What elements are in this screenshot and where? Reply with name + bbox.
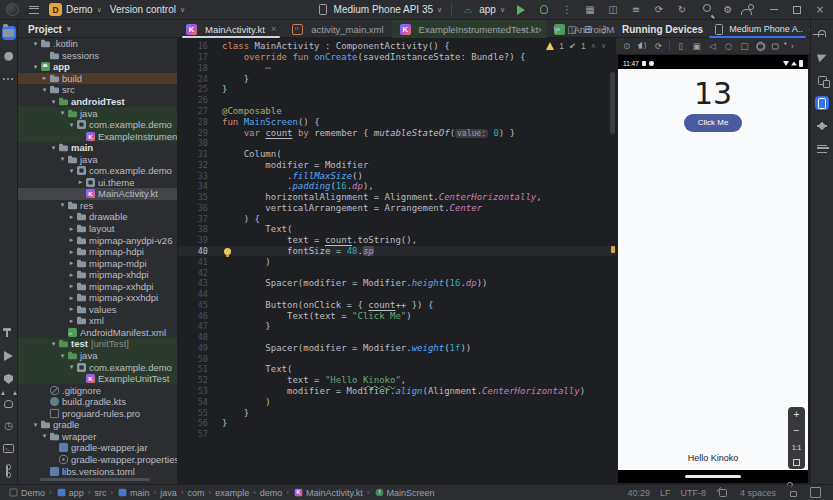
- expand-chevron-icon[interactable]: ▾: [67, 167, 76, 175]
- expand-chevron-icon[interactable]: ▾: [58, 201, 67, 209]
- project-widget[interactable]: D Demo ∨: [49, 3, 102, 16]
- structure-icon[interactable]: [815, 142, 829, 156]
- detach-editor-icon[interactable]: ⊟: [581, 22, 595, 36]
- home-icon[interactable]: ○: [722, 40, 735, 51]
- more-actions-icon[interactable]: ›: [786, 40, 799, 51]
- breadcrumb-item-MainScreen[interactable]: fMainScreen: [374, 487, 435, 498]
- tree-item-MainActivity.kt[interactable]: KMainActivity.kt: [18, 188, 177, 200]
- tree-item-src[interactable]: ▾src: [18, 84, 177, 96]
- expand-chevron-icon[interactable]: ▾: [31, 40, 40, 48]
- expand-chevron-icon[interactable]: ▸: [67, 294, 76, 302]
- encoding[interactable]: UTF-8: [680, 488, 706, 498]
- code-line-28[interactable]: 28fun MainScreen() {: [178, 116, 616, 127]
- device-tab[interactable]: Medium Phone A..: [709, 20, 806, 38]
- code-line-17[interactable]: 17 override fun onCreate(savedInstanceSt…: [178, 52, 616, 63]
- tree-item-mipmap-hdpi[interactable]: ▸mipmap-hdpi: [18, 246, 177, 258]
- caret-position[interactable]: 40:29: [627, 488, 650, 498]
- breadcrumb-item-app[interactable]: app: [56, 487, 84, 498]
- commit-icon[interactable]: [2, 49, 16, 63]
- problems-icon[interactable]: ◷: [2, 418, 16, 432]
- maximize-window-icon[interactable]: [790, 3, 804, 17]
- gradle-sync-icon[interactable]: ⟳: [652, 3, 666, 17]
- overview-icon[interactable]: □: [738, 40, 751, 51]
- running-devices-icon[interactable]: [815, 96, 829, 110]
- line-ending[interactable]: LF: [660, 488, 671, 498]
- expand-chevron-icon[interactable]: ▾: [40, 432, 49, 440]
- tree-item-com.example.demo[interactable]: ▾com.example.demo: [18, 361, 177, 373]
- display-mode-icon[interactable]: ▣: [690, 40, 703, 51]
- gemini-icon[interactable]: [815, 119, 829, 133]
- tree-item-java[interactable]: ▾java: [18, 350, 177, 362]
- code-line-56[interactable]: 56}: [178, 418, 616, 429]
- indent-setting[interactable]: 4 spaces: [740, 488, 776, 498]
- expand-chevron-icon[interactable]: ▸: [67, 225, 76, 233]
- breadcrumb-item-src[interactable]: src: [94, 488, 106, 498]
- tree-item-mipmap-xxxhdpi[interactable]: ▸mipmap-xxxhdpi: [18, 292, 177, 304]
- code-line-39[interactable]: 39 text = count.toString(),: [178, 235, 616, 246]
- code-line-55[interactable]: 55 }: [178, 407, 616, 418]
- app-quality-insights-icon[interactable]: [2, 372, 16, 386]
- code-line-45[interactable]: 45 Button(onClick = { count++ }) {: [178, 299, 616, 310]
- expand-chevron-icon[interactable]: ▸: [67, 305, 76, 313]
- tree-item-build[interactable]: ▸build: [18, 73, 177, 85]
- tree-item-drawable[interactable]: ▸drawable: [18, 211, 177, 223]
- more-tool-windows-icon[interactable]: [2, 72, 16, 86]
- zoom-out-button[interactable]: −: [794, 426, 800, 436]
- code-line-52[interactable]: 52 text = "Hello Kinoko",: [178, 375, 616, 386]
- tree-item-test[interactable]: ▾test[unitTest]: [18, 338, 177, 350]
- run-button[interactable]: [514, 3, 528, 17]
- split-editor-icon[interactable]: ◫: [565, 22, 579, 36]
- tree-item-AndroidManifest.xml[interactable]: AndroidManifest.xml: [18, 327, 177, 339]
- tree-item-ExampleUnitTest[interactable]: KExampleUnitTest: [18, 373, 177, 385]
- code-line-27[interactable]: 27@Composable: [178, 106, 616, 117]
- tree-item-wrapper[interactable]: ▾wrapper: [18, 431, 177, 443]
- expand-chevron-icon[interactable]: ▾: [49, 144, 58, 152]
- logcat-icon[interactable]: [2, 395, 16, 409]
- screen-record-icon[interactable]: [770, 40, 783, 51]
- screenshot-icon[interactable]: [754, 40, 767, 51]
- tree-item-com.example.demo[interactable]: ▾com.example.demo: [18, 165, 177, 177]
- debug-button[interactable]: [537, 3, 551, 17]
- tree-item-mipmap-xhdpi[interactable]: ▸mipmap-xhdpi: [18, 269, 177, 281]
- tree-item-gradle[interactable]: ▾gradle: [18, 419, 177, 431]
- fold-device-icon[interactable]: ▯: [674, 40, 687, 51]
- project-tool-window-header[interactable]: Project ∨: [18, 20, 178, 38]
- run-tool-icon[interactable]: [2, 349, 16, 363]
- volume-icon[interactable]: [636, 40, 649, 51]
- code-line-18[interactable]: 18 ⋯: [178, 63, 616, 74]
- expand-chevron-icon[interactable]: ▸: [67, 236, 76, 244]
- expand-chevron-icon[interactable]: ▸: [67, 271, 76, 279]
- code-line-46[interactable]: 46 Text(text = "Click Me"): [178, 310, 616, 321]
- code-line-43[interactable]: 43 Spacer(modifier = Modifier.height(16.…: [178, 278, 616, 289]
- breadcrumb-item-demo[interactable]: demo: [260, 488, 283, 498]
- nav-forward-icon[interactable]: ›: [533, 22, 547, 36]
- device-manager-icon[interactable]: ◫: [606, 3, 620, 17]
- search-everywhere-icon[interactable]: [698, 3, 712, 17]
- code-line-41[interactable]: 41 ): [178, 256, 616, 267]
- code-line-57[interactable]: 57: [178, 429, 616, 440]
- layout-settings-icon[interactable]: [810, 487, 821, 498]
- code-line-49[interactable]: 49 Spacer(modifier = Modifier.weight(1f)…: [178, 343, 616, 354]
- code-line-42[interactable]: 42: [178, 267, 616, 278]
- code-line-54[interactable]: 54 ): [178, 396, 616, 407]
- code-line-34[interactable]: 34 .padding(16.dp),: [178, 181, 616, 192]
- close-tab-icon[interactable]: ×: [271, 24, 276, 34]
- expand-chevron-icon[interactable]: ▾: [67, 363, 76, 371]
- device-manager-icon[interactable]: [815, 73, 829, 87]
- tree-item-res[interactable]: ▾res: [18, 200, 177, 212]
- zoom-in-button[interactable]: +: [794, 410, 800, 420]
- tree-item-layout[interactable]: ▸layout: [18, 223, 177, 235]
- tree-item-xml[interactable]: ▸xml: [18, 315, 177, 327]
- expand-chevron-icon[interactable]: ▾: [49, 98, 58, 106]
- code-line-32[interactable]: 32 modifier = Modifier: [178, 159, 616, 170]
- run-configuration[interactable]: ⌓ app ∨: [461, 3, 505, 17]
- terminal-icon[interactable]: ›_: [2, 441, 16, 455]
- build-icon[interactable]: [2, 326, 16, 340]
- tree-item-proguard-rules.pro[interactable]: proguard-rules.pro: [18, 408, 177, 420]
- breadcrumb-item-MainActivity.kt[interactable]: KMainActivity.kt: [293, 487, 363, 498]
- rotate-icon[interactable]: ⟳: [652, 40, 665, 51]
- code-line-26[interactable]: 26: [178, 95, 616, 106]
- tree-item-ExampleInstrumentedTest[interactable]: KExampleInstrumentedTest: [18, 130, 177, 142]
- breadcrumb-item-com[interactable]: com: [187, 488, 204, 498]
- vcs-widget[interactable]: Version control ∨: [110, 4, 185, 15]
